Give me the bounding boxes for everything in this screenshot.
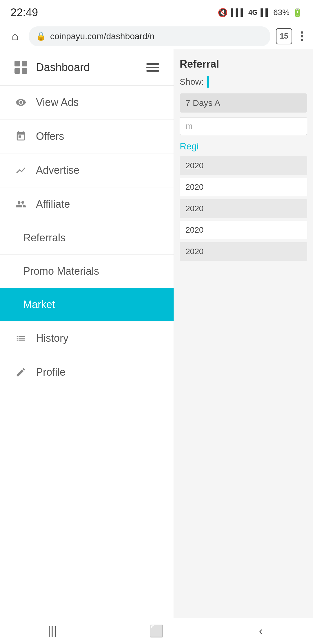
signal2-icon: ▌▌ xyxy=(261,8,270,17)
show-label: Show: xyxy=(180,77,204,87)
status-bar: 22:49 🔇 ▌▌▌ 4G ▌▌ 63% 🔋 xyxy=(0,0,313,23)
recent-apps-icon: ||| xyxy=(48,625,57,638)
sidebar-item-affiliate-label: Affiliate xyxy=(36,198,70,210)
sidebar-item-view-ads-label: View Ads xyxy=(36,96,79,108)
sidebar-header[interactable]: Dashboard xyxy=(0,49,174,86)
sidebar-item-advertise-label: Advertise xyxy=(36,164,79,176)
search-input-box[interactable]: m xyxy=(180,117,307,135)
right-panel: Referral Show: 7 Days A m Regi 2020 2020… xyxy=(174,49,313,618)
date-row-5: 2020 xyxy=(180,242,307,261)
show-row: Show: xyxy=(180,76,307,88)
edit-icon xyxy=(14,366,27,379)
date-row-4: 2020 xyxy=(180,221,307,239)
sidebar-item-history[interactable]: History xyxy=(0,321,174,355)
list-icon xyxy=(14,332,27,345)
browser-bar: ⌂ 🔒 coinpayu.com/dashboard/n 15 xyxy=(0,23,313,49)
status-time: 22:49 xyxy=(10,6,38,19)
chart-arrow-icon xyxy=(14,164,27,177)
battery-icon: 🔋 xyxy=(292,8,303,17)
sidebar-item-referrals-label: Referrals xyxy=(23,232,65,244)
users-icon xyxy=(14,198,27,211)
lock-icon: 🔒 xyxy=(36,31,46,41)
sidebar-dashboard-label: Dashboard xyxy=(36,61,90,74)
date-row-2: 2020 xyxy=(180,178,307,196)
eye-icon xyxy=(14,96,27,109)
sidebar-item-view-ads[interactable]: View Ads xyxy=(0,86,174,120)
home-nav-button[interactable]: ⬜ xyxy=(104,624,209,638)
tab-counter[interactable]: 15 xyxy=(276,28,292,44)
show-bar-indicator xyxy=(207,76,209,88)
regi-link[interactable]: Regi xyxy=(180,141,307,152)
sidebar-item-offers-label: Offers xyxy=(36,130,64,142)
sidebar-item-referrals[interactable]: Referrals xyxy=(0,221,174,255)
url-bar[interactable]: 🔒 coinpayu.com/dashboard/n xyxy=(29,26,270,46)
network-type-icon: 4G xyxy=(248,8,258,17)
dashboard-grid-icon xyxy=(14,61,27,74)
back-button[interactable]: ‹ xyxy=(209,625,313,638)
date-row-1: 2020 xyxy=(180,156,307,175)
sidebar-item-promo-materials[interactable]: Promo Materials xyxy=(0,255,174,288)
sidebar-item-history-label: History xyxy=(36,332,68,344)
battery-indicator: 63% xyxy=(273,8,290,17)
filter-box[interactable]: 7 Days A xyxy=(180,93,307,113)
home-nav-icon: ⬜ xyxy=(149,624,164,638)
sidebar-item-market-label: Market xyxy=(23,299,55,311)
sidebar-item-profile-label: Profile xyxy=(36,366,65,378)
mute-icon: 🔇 xyxy=(218,8,228,17)
referral-title: Referral xyxy=(180,58,307,70)
sidebar-item-market[interactable]: Market xyxy=(0,288,174,321)
bottom-nav-bar: ||| ⬜ ‹ xyxy=(0,618,313,644)
recent-apps-button[interactable]: ||| xyxy=(0,625,104,638)
home-icon: ⌂ xyxy=(12,30,19,43)
sidebar-item-affiliate[interactable]: Affiliate xyxy=(0,187,174,221)
sidebar-item-profile[interactable]: Profile xyxy=(0,355,174,389)
hamburger-icon[interactable] xyxy=(146,63,159,72)
home-button[interactable]: ⌂ xyxy=(7,28,23,44)
url-text: coinpayu.com/dashboard/n xyxy=(50,31,154,41)
sidebar: Dashboard View Ads Offers xyxy=(0,49,174,618)
back-icon: ‹ xyxy=(259,625,263,638)
main-layout: Dashboard View Ads Offers xyxy=(0,49,313,618)
date-row-3: 2020 xyxy=(180,199,307,218)
status-icons: 🔇 ▌▌▌ 4G ▌▌ 63% 🔋 xyxy=(218,8,303,17)
signal-icon: ▌▌▌ xyxy=(231,8,245,17)
sidebar-item-advertise[interactable]: Advertise xyxy=(0,153,174,187)
calendar-check-icon xyxy=(14,130,27,143)
sidebar-item-promo-materials-label: Promo Materials xyxy=(23,265,99,277)
sidebar-item-offers[interactable]: Offers xyxy=(0,120,174,153)
browser-menu-button[interactable] xyxy=(298,28,306,44)
